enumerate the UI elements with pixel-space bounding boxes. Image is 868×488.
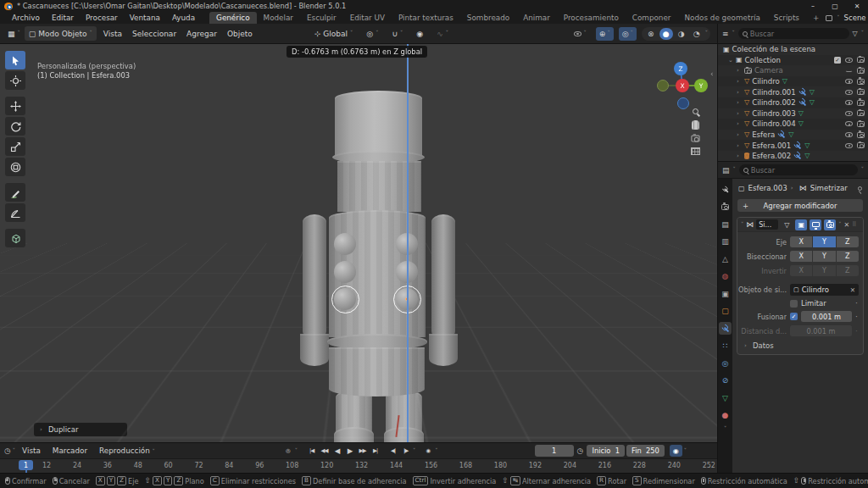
modifier-extras-chevron-icon[interactable]: ˅ xyxy=(838,222,841,228)
visibility-dropdown[interactable]: ˅ xyxy=(570,26,591,41)
render-camera-icon[interactable] xyxy=(857,89,865,95)
pin-icon[interactable] xyxy=(858,186,862,191)
drag-handle-icon[interactable]: ⠿ xyxy=(852,221,856,228)
realtime-display-toggle[interactable] xyxy=(810,219,821,230)
properties-search-input[interactable] xyxy=(751,166,854,175)
tab-scene[interactable]: △ xyxy=(719,252,732,265)
tab-view-layer[interactable]: ▥ xyxy=(719,236,732,248)
timeline-editor-chevron-icon[interactable]: ˅ xyxy=(13,448,15,454)
frame-step-chevron-icon[interactable]: ˅ xyxy=(413,448,415,454)
timeline-menu-marcador[interactable]: Marcador xyxy=(47,446,92,455)
render-camera-icon[interactable] xyxy=(857,57,865,63)
snap-toggle[interactable]: ∪˅ xyxy=(387,26,407,41)
properties-editor-chevron-icon[interactable]: ˅ xyxy=(733,167,736,173)
menu-ayuda[interactable]: Ayuda xyxy=(166,12,201,24)
render-camera-icon[interactable] xyxy=(857,79,865,85)
on-cage-toggle[interactable]: ▣ xyxy=(795,219,807,230)
outliner-item-esfera-001[interactable]: › ▽ Esfera.001 ▽ xyxy=(718,140,868,151)
hide-eye-icon[interactable] xyxy=(845,58,853,63)
jump-to-start-button[interactable]: |◀ xyxy=(306,445,317,457)
outliner-item-camera[interactable]: › Camera xyxy=(718,65,868,76)
filter-chevron-icon[interactable]: ˅ xyxy=(861,30,864,36)
tab-pintar-texturas[interactable]: Pintar texturas xyxy=(392,12,460,24)
menu-archivo[interactable]: Archivo xyxy=(6,12,46,24)
auto-key-chevron-icon[interactable]: ˅ xyxy=(435,448,437,454)
clear-object-icon[interactable]: ✕ xyxy=(850,286,855,294)
current-frame-field[interactable]: 1 xyxy=(535,445,574,457)
tab-scripts[interactable]: Scripts xyxy=(767,12,806,24)
modifier-name-field[interactable]: Si... xyxy=(756,219,778,230)
model-head[interactable] xyxy=(337,161,421,212)
properties-search[interactable] xyxy=(739,164,858,175)
tab-sombreado[interactable]: Sombreado xyxy=(460,12,516,24)
axis-x-button[interactable]: X xyxy=(790,236,812,247)
properties-options-chevron-icon[interactable]: ˅ xyxy=(861,167,864,173)
tab-particles[interactable]: ∷ xyxy=(719,340,732,352)
scale-tool[interactable] xyxy=(5,137,25,156)
playhead-marker[interactable]: 1 xyxy=(19,460,33,470)
render-camera-icon[interactable] xyxy=(857,100,865,106)
navigation-gizmo[interactable]: Z Y X xyxy=(651,59,712,117)
play-reverse-button[interactable]: ◀ xyxy=(331,445,342,457)
outliner-item-esfera-002-partial[interactable]: › ▽ Esfera.002 ▽ xyxy=(718,151,868,161)
model-button-sphere[interactable] xyxy=(334,233,356,255)
outliner-editor-chevron-icon[interactable]: ˅ xyxy=(732,30,735,36)
breadcrumb-object[interactable]: Esfera.003 xyxy=(748,184,787,192)
modifier-panel-header[interactable]: ˅ ⋈ Si... ▽ ▣ ˅ ✕ ⠿ xyxy=(737,218,863,232)
frame-start-field[interactable]: Inicio 1 xyxy=(587,445,625,457)
model-right-arm[interactable] xyxy=(431,214,455,339)
tab-editar-uv[interactable]: Editar UV xyxy=(343,12,392,24)
zoom-icon[interactable] xyxy=(693,108,698,114)
animate-dot-icon[interactable]: · xyxy=(855,313,859,321)
expand-chevron-icon[interactable]: › xyxy=(737,99,742,106)
viewport-3d[interactable]: D: -0.6763 m (0.6763 m) en Z global Pers… xyxy=(0,44,717,442)
tab-tool[interactable] xyxy=(719,183,732,196)
pan-hand-icon[interactable] xyxy=(692,120,699,130)
proportional-edit-toggle[interactable]: ◉ xyxy=(412,26,427,41)
collection-checkbox[interactable]: ✓ xyxy=(834,57,841,64)
modifier-close-icon[interactable]: ✕ xyxy=(844,221,850,229)
axis-y-button[interactable]: Y xyxy=(813,236,835,247)
panel-collapse-chevron-icon[interactable]: ˅ xyxy=(741,222,743,228)
expand-chevron-icon[interactable]: › xyxy=(737,89,742,96)
tab-object[interactable]: ▢ xyxy=(719,305,732,318)
tab-nodos-geometria[interactable]: Nodos de geometría xyxy=(677,12,766,24)
tabs-overflow-chevron-icon[interactable]: ˅ xyxy=(724,426,726,432)
prev-keyframe-button[interactable]: ◀◀ xyxy=(319,445,330,457)
tab-modifiers[interactable] xyxy=(719,322,732,335)
hide-eye-icon[interactable] xyxy=(845,121,853,126)
hidden-eye-icon[interactable] xyxy=(845,69,853,72)
properties-editor-icon[interactable]: ▤ xyxy=(722,166,730,175)
annotate-tool[interactable] xyxy=(5,183,25,202)
breadcrumb-modifier[interactable]: Simetrizar xyxy=(810,184,848,192)
tab-output[interactable]: ▤ xyxy=(719,218,732,230)
ortho-grid-icon[interactable] xyxy=(691,147,700,155)
model-left-boot[interactable] xyxy=(334,427,374,442)
bisect-y-button[interactable]: Y xyxy=(813,251,835,262)
maximize-button[interactable]: ▢ xyxy=(824,0,846,12)
frame-end-field[interactable]: Fin 250 xyxy=(626,445,665,457)
collapse-chevron-icon[interactable]: ⌄ xyxy=(728,57,733,64)
tab-procesamiento[interactable]: Procesamiento xyxy=(557,12,626,24)
bisect-x-button[interactable]: X xyxy=(790,251,812,262)
hide-eye-icon[interactable] xyxy=(845,132,853,137)
next-frame-button[interactable]: |▶ xyxy=(400,445,411,457)
sidebar-collapse-icon[interactable]: ‹ xyxy=(710,69,714,78)
edit-mode-display-toggle[interactable]: ▽ xyxy=(781,219,793,230)
cursor-tool[interactable] xyxy=(5,71,25,90)
timeline-editor-icon[interactable]: ◷ xyxy=(4,446,11,455)
rotate-tool[interactable] xyxy=(5,117,25,136)
auto-key-button[interactable]: ◉ xyxy=(422,445,433,457)
model-hat[interactable] xyxy=(335,91,422,158)
filter-funnel-icon[interactable]: ▽ xyxy=(853,30,858,37)
outliner-search-input[interactable] xyxy=(750,30,845,38)
record-chevron-icon[interactable]: ˅ xyxy=(295,448,298,454)
sync-chevron-icon[interactable]: ˅ xyxy=(684,448,687,454)
transform-tool[interactable] xyxy=(5,158,25,176)
outliner-item-cilindro[interactable]: › ▽ Cilindro ▽ xyxy=(718,76,868,87)
outliner-editor-icon[interactable]: ≡ xyxy=(722,30,729,38)
tab-constraints[interactable]: ⊘ xyxy=(719,374,732,387)
outliner-item-cilindro-004[interactable]: › ▽ Cilindro.004 ▽ xyxy=(718,119,868,130)
mode-dropdown[interactable]: ▢ Modo Objeto˅ xyxy=(25,26,97,41)
add-workspace-button[interactable]: + xyxy=(806,12,826,24)
